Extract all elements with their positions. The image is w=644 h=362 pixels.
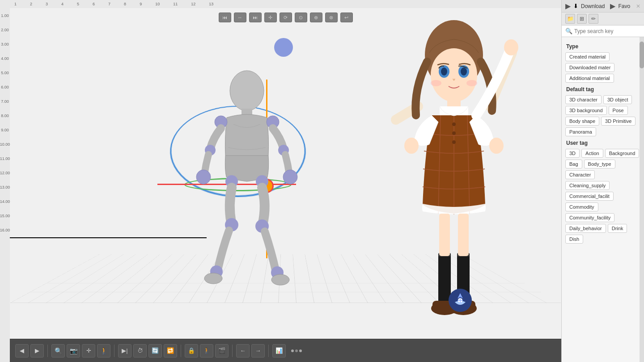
close-icon[interactable]: ✕ [636,3,640,9]
svg-point-14 [204,273,222,284]
tag-community-facility[interactable]: Community_facility [565,213,614,222]
ruler-mark: 13.00 [0,185,10,189]
ruler-mark: 11.00 [0,156,10,161]
ruler-top-mark: 12 [191,2,195,6]
indicator-dot [291,349,294,352]
tag-panorama[interactable]: Panorama [565,127,596,136]
toolbar-scale-btn[interactable]: ↔ [234,13,246,22]
panel-fav-bar: 📁 ⊞ ✏ [562,13,644,25]
mannequin-figure[interactable] [189,66,305,334]
prev-frame-btn[interactable]: ◀ [15,344,29,358]
toolbar-move-btn[interactable]: ⏮ [219,13,231,22]
ruler-top-mark: 1 [14,2,17,6]
edit-icon-btn[interactable]: ✏ [589,14,598,24]
record-btn[interactable]: 🎬 [215,344,229,358]
svg-point-0 [230,71,264,111]
crosshair-btn[interactable]: ✛ [82,344,95,358]
timer-btn[interactable]: ⏱ [133,344,147,358]
ruler-top-mark: 6 [93,2,95,6]
svg-rect-46 [458,214,469,256]
ruler-mark: 14.00 [0,199,10,204]
tag-body-type[interactable]: Body_type [584,160,615,168]
tag-character[interactable]: Character [565,170,595,179]
type-tags-row: Created material Downloaded mater Additi… [564,51,641,84]
favo-arrow-icon: ▶ [610,2,615,10]
figure-btn[interactable]: 🚶 [200,344,213,358]
svg-point-34 [404,138,419,154]
toolbar-circle-btn[interactable]: ⊙ [295,13,307,22]
grid-icon-btn[interactable]: ⊞ [577,14,587,24]
tag-commodity[interactable]: Commodity [565,202,598,211]
tag-background[interactable]: Background [605,149,640,158]
tag-3d-background[interactable]: 3D background [565,106,607,115]
ruler-mark: 8.00 [1,114,9,118]
ruler-top-mark: 13 [209,2,213,6]
ruler-top-mark: 8 [124,2,126,6]
favo-label[interactable]: Favo [618,3,630,9]
created-material-tag[interactable]: Created material [565,52,610,61]
next-frame-btn[interactable]: ▶ [30,344,44,358]
tag-cleaning-supply[interactable]: Cleaning_supply [565,181,610,190]
left-btn[interactable]: ← [236,344,250,358]
type-section-label: Type [566,43,640,50]
panel-content[interactable]: Type Created material Downloaded mater A… [562,37,644,362]
tag-commercial-facilit[interactable]: Commercial_facilit [565,192,614,201]
toolbar-x-btn[interactable]: ⊗ [325,13,338,22]
additional-material-tag[interactable]: Additional material [565,74,614,83]
svg-point-6 [196,170,211,184]
search-input[interactable] [574,28,640,34]
default-tags-row: 3D character 3D object 3D background Pos… [564,94,641,137]
lock-btn[interactable]: 🔒 [185,344,198,358]
scrollbar-thumb[interactable] [640,42,644,68]
download-label[interactable]: Download [581,3,605,9]
user-tags-row: 3D Action Background Bag Body_type Chara… [564,148,641,244]
rotate-btn[interactable]: 🔄 [148,344,162,358]
ruler-mark: 6.00 [1,85,9,89]
tag-3d-character[interactable]: 3D character [565,95,602,104]
ruler-mark: 7.00 [1,99,9,104]
chart-btn[interactable]: 📊 [272,344,286,358]
toolbar-sep-3 [181,345,181,357]
search-view-btn[interactable]: 🔍 [51,344,65,358]
toolbar-cross-btn[interactable]: ✛ [264,13,277,22]
tag-3d-primitive[interactable]: 3D Primitive [601,117,636,126]
tag-3d-user[interactable]: 3D [565,149,580,158]
ruler-top-mark: 3 [46,2,48,6]
toolbar-rotate-btn[interactable]: ⟳ [280,13,292,22]
ruler-mark: 3.00 [1,42,9,46]
right-btn[interactable]: → [251,344,265,358]
ruler-mark: 16.00 [0,228,10,232]
walk-btn[interactable]: 🚶 [97,344,110,358]
svg-point-35 [489,138,504,154]
user-tag-label: User tag [566,140,640,146]
ruler-top-mark: 4 [61,2,64,6]
indicator-dot [299,349,302,352]
tag-body-shape[interactable]: Body shape [565,117,599,126]
loop-btn[interactable]: 🔁 [164,344,177,358]
downloaded-material-tag[interactable]: Downloaded mater [565,63,614,72]
tag-action[interactable]: Action [581,149,603,158]
svg-point-15 [271,274,289,285]
viewport[interactable]: ⏮ ↔ ⏭ ✛ ⟳ ⊙ ⊕ ⊗ ↩ [10,8,561,339]
scrollbar[interactable] [640,37,644,362]
tag-daily-behavior[interactable]: Daily_behavior [565,224,606,233]
tag-dish[interactable]: Dish [565,235,583,244]
camera-btn[interactable]: 📷 [67,344,80,358]
watermark-logo [449,289,472,312]
toolbar-next-btn[interactable]: ⏭ [249,13,262,22]
panel-top-bar: ▶ ⬇ Download ▶ Favo ✕ [562,0,644,13]
head-dot [274,38,293,57]
tag-bag[interactable]: Bag [565,160,582,168]
search-icon: 🔍 [565,28,572,34]
ruler-mark: 12.00 [0,171,10,175]
svg-point-19 [431,48,477,102]
folder-icon-btn[interactable]: 📁 [565,14,575,24]
svg-point-33 [452,140,456,144]
tag-drink[interactable]: Drink [608,224,627,233]
tag-pose[interactable]: Pose [609,106,628,115]
play-next-btn[interactable]: ▶| [118,344,131,358]
toolbar-undo-btn[interactable]: ↩ [340,13,353,22]
ruler-top: 1 2 3 4 5 6 7 8 9 10 11 12 13 [10,0,561,8]
toolbar-plus-btn[interactable]: ⊕ [310,13,322,22]
tag-3d-object[interactable]: 3D object [603,95,632,104]
